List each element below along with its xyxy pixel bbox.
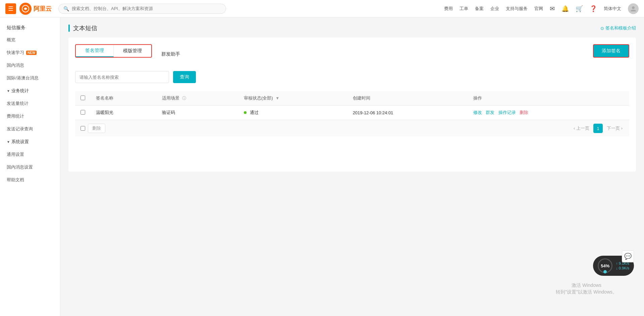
sidebar-group-settings[interactable]: ▼ 系统设置: [0, 135, 60, 148]
nav-workorder[interactable]: 工单: [460, 6, 468, 12]
action-delete[interactable]: 删除: [520, 110, 528, 115]
logo: 阿里云: [19, 3, 52, 15]
topnav: ☰ 阿里云 🔍 费用 工单 备案 企业 支持与服务 官网 ✉ 🔔 🛒 ❓ 简体中…: [0, 0, 644, 17]
hamburger-icon: ☰: [8, 6, 13, 12]
signature-status: 通过: [238, 106, 347, 120]
cart-icon[interactable]: 🛒: [576, 5, 583, 12]
sidebar-item-general-settings[interactable]: 通用设置: [0, 148, 60, 161]
nav-enterprise[interactable]: 企业: [490, 6, 499, 12]
page-help-link[interactable]: ⊙ 签名和模板介绍: [600, 25, 636, 31]
nav-fees[interactable]: 费用: [444, 6, 453, 12]
sidebar-label-send-log: 发送记录查询: [7, 126, 33, 132]
sidebar-section-title: 短信服务: [0, 21, 60, 34]
chat-icon: 💬: [624, 253, 632, 260]
new-badge: NEW: [26, 51, 37, 55]
sidebar-label-help-docs: 帮助文档: [7, 177, 24, 183]
col-scene: 适用场景 ⓘ: [157, 91, 238, 106]
signature-table: 签名名称 适用场景 ⓘ 审核状态(全部) ▼ 创建时间 操作: [75, 91, 629, 120]
col-name: 签名名称: [91, 91, 157, 106]
add-signature-button[interactable]: 添加签名: [593, 44, 629, 58]
svg-point-1: [632, 6, 635, 9]
pagination-checkbox[interactable]: [80, 126, 85, 131]
message-icon[interactable]: ✉: [550, 5, 555, 12]
tab-signature-management[interactable]: 签名管理: [76, 45, 114, 57]
help-icon[interactable]: ❓: [590, 5, 597, 12]
sidebar-item-send-stats[interactable]: 发送量统计: [0, 97, 60, 110]
main-content: 文本短信 ⊙ 签名和模板介绍 签名管理: [60, 17, 644, 316]
sidebar: 短信服务 概览 快速学习 NEW 国内消息 国际/港澳台消息 ▼ 业务统计 发送…: [0, 17, 60, 316]
prev-page-nav[interactable]: ‹ 上一页: [572, 125, 591, 131]
page-btn-1[interactable]: 1: [593, 124, 603, 133]
sidebar-label-fee-stats: 费用统计: [7, 113, 24, 119]
next-page-nav[interactable]: 下一页 ›: [605, 125, 624, 131]
status-filter-icon[interactable]: ▼: [275, 96, 279, 101]
sidebar-item-overview[interactable]: 概览: [0, 34, 60, 46]
page-header: 文本短信 ⊙ 签名和模板介绍: [68, 24, 636, 32]
main-layout: 短信服务 概览 快速学习 NEW 国内消息 国际/港澳台消息 ▼ 业务统计 发送…: [0, 17, 644, 316]
help-link-text: 签名和模板介绍: [605, 25, 636, 31]
add-button-wrapper: 添加签名: [593, 44, 629, 58]
search-button[interactable]: 查询: [173, 71, 196, 83]
speed-download: ↓ 0.9K/s: [616, 266, 629, 270]
status-dot-icon: [244, 111, 247, 114]
sidebar-label-quicklearn: 快速学习: [7, 50, 24, 56]
sidebar-item-fee-stats[interactable]: 费用统计: [0, 110, 60, 123]
signature-created-time: 2019-12-06 10:24:01: [347, 106, 468, 120]
sidebar-item-send-log[interactable]: 发送记录查询: [0, 123, 60, 135]
notification-icon[interactable]: 🔔: [561, 5, 569, 12]
sidebar-group-stats[interactable]: ▼ 业务统计: [0, 84, 60, 97]
col-actions: 操作: [468, 91, 629, 106]
sidebar-group-settings-label: 系统设置: [11, 139, 29, 145]
row-checkbox[interactable]: [80, 110, 85, 115]
logo-text: 阿里云: [34, 5, 52, 13]
sidebar-item-international[interactable]: 国际/港澳台消息: [0, 72, 60, 84]
tab-label-template: 模版管理: [123, 48, 142, 53]
user-avatar[interactable]: [628, 3, 639, 14]
pagination-row: 删除 ‹ 上一页 1 下一页 ›: [75, 120, 629, 136]
speed-circle: 54%: [598, 258, 612, 273]
action-bulk[interactable]: 群发: [486, 110, 494, 115]
nav-official[interactable]: 官网: [534, 6, 543, 12]
tab-label-bulk: 群发助手: [161, 51, 180, 57]
arrow-down-icon: ▼: [7, 89, 10, 93]
language-selector[interactable]: 简体中文: [604, 6, 621, 12]
tab-template-management[interactable]: 模版管理: [114, 45, 151, 57]
topnav-right: 费用 工单 备案 企业 支持与服务 官网 ✉ 🔔 🛒 ❓ 简体中文: [444, 3, 639, 14]
nav-support[interactable]: 支持与服务: [506, 6, 528, 12]
col-created-time: 创建时间: [347, 91, 468, 106]
sidebar-item-help-docs[interactable]: 帮助文档: [0, 174, 60, 186]
action-edit[interactable]: 修改: [473, 110, 482, 115]
col-status: 审核状态(全部) ▼: [238, 91, 347, 106]
sidebar-label-international: 国际/港澳台消息: [7, 75, 39, 81]
tab-label-signature: 签名管理: [85, 48, 104, 53]
menu-button[interactable]: ☰: [5, 3, 16, 14]
batch-delete-button[interactable]: 删除: [88, 124, 105, 133]
sidebar-label-general-settings: 通用设置: [7, 151, 24, 157]
sidebar-item-domestic-settings[interactable]: 国内消息设置: [0, 161, 60, 174]
search-input[interactable]: [72, 6, 221, 11]
scene-help-icon[interactable]: ⓘ: [182, 96, 186, 101]
search-row: 查询: [75, 71, 593, 83]
arrow-down-icon-2: ▼: [7, 140, 10, 144]
sidebar-item-quicklearn[interactable]: 快速学习 NEW: [0, 46, 60, 59]
sidebar-item-domestic[interactable]: 国内消息: [0, 59, 60, 72]
sidebar-label-domestic-settings: 国内消息设置: [7, 164, 33, 170]
action-log[interactable]: 操作记录: [498, 110, 516, 115]
signature-scene: 验证码: [157, 106, 238, 120]
sidebar-label-send-stats: 发送量统计: [7, 101, 29, 107]
sidebar-label-domestic: 国内消息: [7, 62, 24, 68]
help-circle-icon: ⊙: [600, 26, 604, 31]
search-bar[interactable]: 🔍: [58, 4, 226, 14]
page-title-bar: [68, 24, 70, 32]
speed-percent: 54%: [601, 263, 609, 268]
float-chat-button[interactable]: 💬: [622, 250, 634, 262]
select-all-checkbox[interactable]: [80, 96, 85, 100]
signature-search-input[interactable]: [75, 71, 169, 83]
page-title: 文本短信: [73, 24, 97, 32]
table-row: 温暖阳光 验证码 通过 2019-12-06 10:24:01 修改 群发 操作…: [75, 106, 629, 120]
page-title-wrapper: 文本短信: [68, 24, 97, 32]
tab-bulk-helper[interactable]: 群发助手: [152, 49, 190, 60]
main-card: 签名管理 模版管理 群发助手 查询: [68, 38, 636, 172]
signature-name: 温暖阳光: [91, 106, 157, 120]
nav-beian[interactable]: 备案: [475, 6, 484, 12]
